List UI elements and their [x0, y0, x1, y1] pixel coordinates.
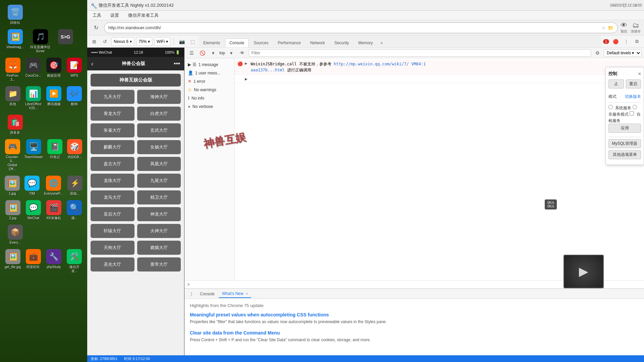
reload-button[interactable]: ↻ [91, 22, 101, 33]
console-scope-dropdown[interactable]: ▾ [227, 49, 236, 57]
folder-icon[interactable]: 📁 [608, 25, 613, 31]
desktop-icon-kk[interactable]: 🎬 KK录像机 [45, 199, 63, 222]
dock-icon[interactable]: ⊞ [90, 37, 99, 46]
phone-btn-jingwei[interactable]: 精卫大厅 [137, 190, 181, 204]
console-level-select[interactable]: Default levels ▾ [604, 49, 641, 57]
phone-btn-huangdi[interactable]: 黄帝大厅 [137, 257, 181, 272]
mysql-manager-button[interactable]: MySQL管理器 [608, 139, 641, 148]
desktop-icon-everyone[interactable]: 🌐 EveryoneP... [43, 174, 64, 197]
phone-btn-change[interactable]: 嫦娥大厅 [137, 241, 181, 255]
sidebar-info[interactable]: ℹ No info [184, 94, 234, 102]
desktop-icon-libre[interactable]: 📊 LibreOffice V20... [24, 85, 43, 112]
desktop-icon-viewimg[interactable]: 🖼️ ViewImag... [3, 28, 27, 55]
console-filter-input[interactable] [249, 49, 591, 57]
bottom-panel-menu-icon[interactable]: ⋮ [187, 290, 196, 298]
preview-button[interactable]: 👁 预览 [621, 21, 627, 34]
phone-btn-qinglong[interactable]: 青龙大厅 [91, 107, 135, 121]
sidebar-user-messages[interactable]: 👤 1 user mess... [184, 69, 234, 77]
tab-memory[interactable]: Memory [354, 38, 377, 47]
network-selector[interactable]: WiFi ▾ [154, 37, 170, 46]
menu-devtools[interactable]: 微信开发者工具 [126, 12, 161, 19]
whatsnew-close-icon[interactable]: × [246, 292, 248, 296]
desktop-icon-weixin2[interactable]: 🛠️ 微信开发... [65, 248, 84, 275]
phone-btn-shenlong[interactable]: 神龙大厅 [137, 207, 181, 221]
inspect-icon[interactable]: ⬚ [188, 37, 197, 46]
desktop-icon-recycle[interactable]: 🗑️ 回收站 [3, 3, 27, 26]
phone-btn-shengguang[interactable]: 圣光大厅 [91, 257, 135, 272]
more-tabs-button[interactable]: » [378, 39, 386, 47]
phone-btn-xuanyuan[interactable]: 轩辕大厅 [91, 224, 135, 238]
devtools-dock[interactable]: ⧉ [633, 37, 641, 46]
device-selector[interactable]: Nexus 6 ▾ [111, 37, 134, 46]
desktop-icon-getfile[interactable]: 🖼️ get_file.jpg [3, 248, 22, 275]
desktop-icon-shuang[interactable]: ⚡ 双核... [66, 174, 84, 197]
tab-console[interactable]: Console [225, 38, 249, 47]
zoom-selector[interactable]: 75% ▾ [136, 37, 152, 46]
phone-btn-nvwa[interactable]: 女娲大厅 [137, 140, 181, 154]
console-link-2[interactable]: VM84:1 [411, 62, 426, 66]
switch-version-button[interactable]: 切换版本 [625, 94, 641, 100]
tab-performance[interactable]: Performance [273, 38, 305, 47]
desktop-icon-s2g[interactable]: S>G [54, 28, 77, 55]
console-expand-arrow[interactable]: ▶ [245, 61, 247, 66]
console-settings-icon[interactable]: ⚙ [593, 49, 602, 57]
restart-button[interactable]: 重启 [626, 79, 641, 88]
desktop-icon-yinbi[interactable]: 📓 印笔记 [46, 138, 64, 173]
console-clear-button[interactable]: 🚫 [198, 49, 207, 57]
console-sidebar-toggle[interactable]: ☰ [187, 49, 196, 57]
desktop-icon-wps[interactable]: 📝 WPS [65, 56, 84, 83]
phone-menu-button[interactable]: ••• [174, 60, 180, 67]
desktop-icon-every2[interactable]: 📦 Every... [3, 223, 27, 246]
phone-btn-baihu[interactable]: 白虎大厅 [137, 107, 181, 121]
desktop-icon-ku[interactable]: 🎶 酷狗 [65, 85, 84, 112]
desktop-icon-sou[interactable]: 🔍 搜... [65, 199, 84, 222]
stop-button[interactable]: 止 [608, 79, 624, 88]
tab-elements[interactable]: Elements [199, 38, 224, 47]
phone-btn-longzhu[interactable]: 龙珠大厅 [91, 174, 135, 188]
console-link-3[interactable]: aaa137b...html [251, 68, 284, 72]
phone-back-button[interactable]: ‹ [91, 60, 93, 67]
tab-security[interactable]: Security [330, 38, 353, 47]
sidebar-verbose[interactable]: ● No verbose [184, 102, 234, 111]
radio-non-service[interactable] [633, 105, 637, 109]
desktop-icon-pdd[interactable]: 🛍️ 拼多多 [3, 113, 27, 136]
phone-btn-jiuwei[interactable]: 九尾大厅 [137, 174, 181, 188]
desktop-icon-firefox[interactable]: 🦊 FireFox-3... [3, 56, 22, 83]
video-thumbnail[interactable]: ▶ [564, 255, 604, 288]
phone-btn-pangu[interactable]: 盘古大厅 [91, 157, 135, 171]
phone-btn-haishen[interactable]: 海神大厅 [137, 90, 181, 104]
clear-cache-button[interactable]: 🗂 清缓存 [631, 21, 641, 34]
phone-btn-xuanwu[interactable]: 玄武大厅 [137, 123, 181, 137]
sidebar-warnings[interactable]: ⚠ No warnings [184, 85, 234, 94]
console-link-1[interactable]: http://mp.weixin.qq.com/wiki/7/ [334, 62, 409, 66]
sidebar-all-messages[interactable]: ▶ ☰ 1 message [184, 60, 234, 69]
tab-network[interactable]: Network [306, 38, 329, 47]
desktop-icon-yx[interactable]: 🎯 酷娱应用 [45, 56, 63, 83]
radio-system-service[interactable] [608, 105, 613, 109]
desktop-icon-nlgb[interactable]: 🎲 内刮GB... [66, 138, 84, 173]
desktop-icon-teamviewer[interactable]: 🖥️ TeamViewer [23, 138, 44, 173]
bottom-tab-whatsnew[interactable]: What's New × [219, 290, 251, 298]
phone-btn-qilin[interactable]: 麒麟大厅 [91, 140, 135, 154]
console-eye-icon[interactable]: 👁 [238, 49, 247, 57]
option-system-service[interactable]: 系统服务 [608, 105, 633, 111]
phone-btn-huanghou[interactable]: 皇后大厅 [91, 207, 135, 221]
sidebar-errors[interactable]: ✕ 1 error [184, 77, 234, 85]
phone-btn-fenghuang[interactable]: 凤凰大厅 [137, 157, 181, 171]
phone-btn-longma[interactable]: 龙马大厅 [91, 190, 135, 204]
star-icon[interactable]: ☆ [601, 25, 606, 31]
desktop-icon-2jpg[interactable]: 🖼️ 2.jpg [3, 199, 22, 222]
capture-icon[interactable]: 📷 [177, 37, 186, 46]
desktop-icon-cs[interactable]: 🎮 Counter-S... Global Off... [3, 138, 21, 173]
checkbox-self-check[interactable] [630, 111, 634, 116]
desktop-icon-wechat[interactable]: 💬 WeChat [24, 199, 43, 222]
desktop-icon-coco[interactable]: 🎮 CocoCre... [24, 56, 43, 83]
whats-new-title-1[interactable]: Meaningful preset values when autocomple… [190, 312, 639, 317]
devtools-menu[interactable]: ⋮ [622, 37, 631, 46]
phone-btn-tiangou[interactable]: 天狗大厅 [91, 241, 135, 255]
tab-sources[interactable]: Sources [249, 38, 273, 47]
desktop-icon-1jpg[interactable]: 🖼️ 1.jpg [3, 174, 21, 197]
desktop-icon-tim[interactable]: 💬 TIM [23, 174, 41, 197]
phone-btn-huoshen[interactable]: 火神大厅 [137, 224, 181, 238]
menu-tools[interactable]: 工具 [91, 12, 103, 19]
